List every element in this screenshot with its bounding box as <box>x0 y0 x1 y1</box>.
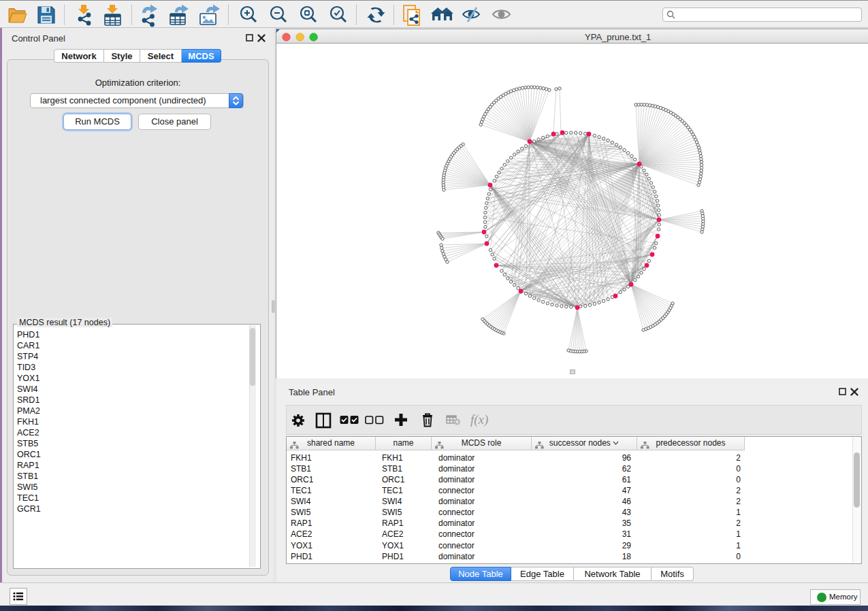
svg-text:f(x): f(x) <box>470 412 488 427</box>
